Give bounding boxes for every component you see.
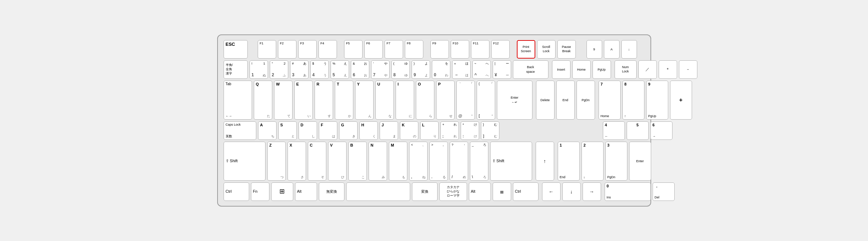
key-f5[interactable]: F5 [344, 40, 363, 59]
key-u[interactable]: U な [375, 81, 394, 120]
key-f4[interactable]: F4 [318, 40, 337, 59]
key-colon[interactable]: * け : け [461, 121, 479, 140]
key-fn[interactable]: Fn [251, 182, 269, 201]
key-num4[interactable]: 4 ← [603, 121, 625, 140]
key-num2[interactable]: 2 ↓ [582, 142, 604, 181]
key-num9[interactable]: 9 PgUp [646, 81, 668, 120]
key-num5[interactable]: 5 [627, 121, 649, 140]
key-scrolllock[interactable]: ScrollLock [537, 40, 556, 59]
key-num0[interactable]: 0 Ins [605, 182, 651, 201]
key-semicolon[interactable]: + れ ; れ [440, 121, 459, 140]
key-yen[interactable]: | ー ¥ ー [493, 60, 511, 79]
key-e[interactable]: E い [294, 81, 313, 120]
key-s[interactable]: S と [278, 121, 297, 140]
key-f[interactable]: F は [319, 121, 337, 140]
key-lbracket[interactable]: { 「 [ ° [477, 81, 495, 120]
key-enter[interactable]: Enter←↵ [497, 81, 532, 120]
key-leftarrow[interactable]: ← [542, 182, 561, 201]
key-f1[interactable]: F1 [258, 40, 276, 59]
key-lshift[interactable]: ⇧ Shift [224, 142, 266, 181]
key-downarrow[interactable]: ↓ [562, 182, 581, 201]
key-numplus[interactable]: + [670, 81, 692, 120]
key-caret[interactable]: ~ へ ^ へ [472, 60, 491, 79]
key-z[interactable]: Z つ [267, 142, 286, 181]
key-3[interactable]: # あ 3 あ [290, 60, 309, 79]
key-henkan[interactable]: 変換 [412, 182, 438, 201]
key-p[interactable]: P せ [436, 81, 455, 120]
key-capslock[interactable]: Caps Lock 英数 [224, 121, 256, 140]
key-num3[interactable]: 3 PgDn [605, 142, 627, 181]
key-f11[interactable]: F11 [471, 40, 489, 59]
key-delete[interactable]: Delete [536, 81, 554, 120]
key-r[interactable]: R す [315, 81, 333, 120]
key-f3[interactable]: F3 [298, 40, 317, 59]
key-numslash[interactable]: ／ [638, 60, 657, 79]
key-num7[interactable]: 7 Home [599, 81, 621, 120]
key-d[interactable]: D し [299, 121, 317, 140]
key-lctrl[interactable]: Ctrl [224, 182, 249, 201]
key-rctrl[interactable]: Ctrl [513, 182, 539, 201]
key-numlock[interactable]: NumLock [615, 60, 637, 79]
key-num8[interactable]: 8 ↑ [622, 81, 644, 120]
key-home[interactable]: Home [572, 60, 591, 79]
key-tab[interactable]: Tab ←→ [224, 81, 252, 120]
key-c[interactable]: C そ [308, 142, 326, 181]
key-h[interactable]: H く [359, 121, 378, 140]
key-win[interactable]: ⊞ [271, 182, 293, 201]
key-9[interactable]: ) よ 9 よ [412, 60, 430, 79]
key-f7[interactable]: F7 [385, 40, 403, 59]
key-f8[interactable]: F8 [405, 40, 423, 59]
key-f10[interactable]: F10 [451, 40, 469, 59]
key-b[interactable]: B こ [348, 142, 367, 181]
key-numenter[interactable]: Enter [629, 142, 651, 181]
key-backslash[interactable]: _ ろ \ ろ [470, 142, 488, 181]
key-period[interactable]: > 。 . る [429, 142, 448, 181]
key-a[interactable]: A ち [258, 121, 277, 140]
key-at[interactable]: ｀ 「 @ ° [456, 81, 475, 120]
key-f2[interactable]: F2 [278, 40, 296, 59]
key-q[interactable]: Q た [254, 81, 272, 120]
key-ralt[interactable]: Alt [469, 182, 491, 201]
key-sys2[interactable]: A [604, 40, 620, 59]
key-7[interactable]: ' や 7 や [371, 60, 390, 79]
key-slash[interactable]: ? ・ / め [450, 142, 468, 181]
key-f9[interactable]: F9 [430, 40, 449, 59]
key-katakana[interactable]: カタカナひらがなローマ字 [439, 182, 467, 201]
key-rshift[interactable]: ⇧ Shift [490, 142, 532, 181]
key-f6[interactable]: F6 [364, 40, 383, 59]
key-0[interactable]: を 0 わ [432, 60, 450, 79]
key-comma[interactable]: < 、 , ね [409, 142, 428, 181]
key-v[interactable]: V ひ [328, 142, 347, 181]
key-esc[interactable]: ESC [224, 40, 248, 59]
key-6[interactable]: & お 6 お [351, 60, 369, 79]
key-printscreen[interactable]: PrintScreen [517, 40, 535, 59]
key-n[interactable]: N み [369, 142, 387, 181]
key-lalt[interactable]: Alt [295, 182, 317, 201]
key-g[interactable]: G き [339, 121, 358, 140]
key-numstar[interactable]: ＊ [659, 60, 677, 79]
key-pgup[interactable]: PgUp [593, 60, 611, 79]
key-t[interactable]: T か [335, 81, 353, 120]
key-pausebreak[interactable]: PauseBreak [557, 40, 576, 59]
key-4[interactable]: $ う 4 う [310, 60, 329, 79]
key-sys1[interactable]: 9 [586, 40, 602, 59]
key-x[interactable]: X さ [288, 142, 306, 181]
key-2[interactable]: " ２ 2 ふ [270, 60, 288, 79]
key-minus[interactable]: = ほ － ほ [452, 60, 471, 79]
key-hankaku[interactable]: 半角/全角漢字 [224, 60, 248, 79]
key-num6[interactable]: 6 → [650, 121, 673, 140]
key-j[interactable]: J ま [380, 121, 398, 140]
key-1[interactable]: ! １ 1 ぬ [250, 60, 268, 79]
key-m[interactable]: M も [389, 142, 407, 181]
key-rightarrow[interactable]: → [583, 182, 601, 201]
key-pgdn[interactable]: PgDn [577, 81, 595, 120]
key-rbracket[interactable]: } む ] む [481, 121, 499, 140]
key-sys3[interactable]: ↓ [621, 40, 637, 59]
key-space[interactable] [346, 182, 410, 201]
key-w[interactable]: W て [274, 81, 293, 120]
key-numdot[interactable]: ． Del [653, 182, 675, 201]
key-l[interactable]: L り [420, 121, 439, 140]
key-8[interactable]: ( ゆ 8 ゆ [391, 60, 410, 79]
key-end[interactable]: End [556, 81, 575, 120]
key-y[interactable]: Y ん [355, 81, 374, 120]
